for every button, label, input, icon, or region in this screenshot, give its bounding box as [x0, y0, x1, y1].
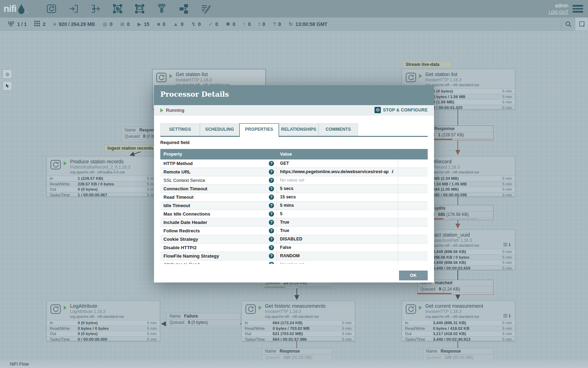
- property-value-empty[interactable]: No value set: [280, 178, 304, 183]
- locally-modified-stale-icon: !: [259, 21, 260, 27]
- property-row[interactable]: Max Idle Connections?5: [160, 210, 428, 218]
- processor-node[interactable]: Get historic measurementsInvokeHTTP 1.16…: [241, 301, 355, 341]
- tab-settings[interactable]: SETTINGS: [160, 123, 200, 136]
- invalid-icon: ▲: [173, 21, 178, 27]
- property-name: Connection Timeout: [163, 186, 207, 191]
- help-icon[interactable]: ?: [269, 262, 274, 264]
- connection-label[interactable]: NameFailureQueued0 (0 bytes): [166, 313, 240, 328]
- logout-link[interactable]: LOG OUT: [549, 10, 568, 15]
- property-value[interactable]: 5 secs: [280, 186, 293, 191]
- help-icon[interactable]: ?: [269, 228, 274, 233]
- processor-node[interactable]: LogAttributeLogAttribute 1.16.3org.apach…: [47, 301, 160, 341]
- processor-node[interactable]: Produce station recordsPublishKafkaRecor…: [47, 156, 160, 197]
- property-row[interactable]: Read Timeout?15 secs: [160, 193, 428, 202]
- status-transmitting-value: 0: [110, 21, 112, 27]
- status-invalid: ▲0: [173, 21, 184, 27]
- status-stale-value: 0: [248, 21, 251, 27]
- processor-stat-row: Read/Write0 bytes / 418.02 KB5 min: [402, 326, 515, 331]
- process-group-component-icon[interactable]: [112, 3, 124, 15]
- property-value[interactable]: 15 secs: [280, 195, 296, 199]
- processor-node[interactable]: Get current measurementInvokeHTTP 1.16.3…: [402, 301, 515, 341]
- property-row[interactable]: Attributes to Send?No value set: [160, 260, 428, 264]
- tab-relationships[interactable]: RELATIONSHIPS: [279, 123, 318, 136]
- help-icon[interactable]: ?: [269, 178, 274, 183]
- running-icon: ▶: [138, 21, 142, 27]
- status-cluster-grid-value: 2: [43, 21, 46, 27]
- help-icon[interactable]: ?: [269, 211, 274, 217]
- navigate-palette-icon[interactable]: ◎: [3, 69, 12, 79]
- running-icon: [419, 306, 422, 310]
- property-row[interactable]: Connection Timeout?5 secs: [160, 185, 428, 193]
- property-value[interactable]: RANDOM: [280, 253, 300, 258]
- output-port-component-icon[interactable]: [90, 3, 102, 15]
- status-locally-modified-value: 0: [233, 21, 236, 27]
- status-bar: 1 / 12≡920 / 264.29 MB◎0⊘0▶15■0▲0↯0✓0✱0↑…: [0, 18, 588, 31]
- property-row[interactable]: Remote URL?https://www.pegelonline.wsv.d…: [160, 168, 428, 176]
- property-value[interactable]: True: [280, 228, 289, 233]
- processor-component-icon[interactable]: [46, 3, 57, 15]
- property-value-empty[interactable]: No value set: [280, 262, 304, 264]
- property-name: Max Idle Connections: [163, 211, 210, 217]
- help-icon[interactable]: ?: [269, 237, 274, 242]
- search-icon[interactable]: [561, 18, 575, 30]
- property-row[interactable]: Idle Timeout?5 mins: [160, 202, 428, 210]
- processor-stat-row: Read/Write228.57 KB / 0 bytes5 min: [47, 181, 160, 187]
- property-row[interactable]: Disable HTTP/2?False: [160, 244, 428, 252]
- current-user: admin: [549, 3, 568, 8]
- not-transmitting-icon: ⊘: [120, 21, 125, 27]
- processor-icon: [245, 303, 257, 316]
- property-name: Disable HTTP/2: [163, 245, 197, 250]
- running-icon: [419, 74, 422, 78]
- property-row[interactable]: Cookie Strategy?DISABLED: [160, 235, 428, 244]
- property-value[interactable]: https://www.pegelonline.wsv.de/webservic…: [280, 169, 388, 174]
- help-icon[interactable]: ?: [269, 253, 274, 259]
- help-icon[interactable]: ?: [269, 195, 274, 200]
- property-value[interactable]: False: [280, 245, 291, 250]
- property-value[interactable]: 5: [280, 211, 282, 216]
- property-value[interactable]: 5 mins: [280, 203, 294, 208]
- help-icon[interactable]: ?: [269, 169, 274, 175]
- stop-and-configure-button[interactable]: ⚙ STOP & CONFIGURE: [374, 107, 428, 113]
- help-icon[interactable]: ?: [269, 203, 274, 208]
- help-icon[interactable]: ?: [269, 220, 274, 225]
- processor-bundle: org.apache.nifi - nifi-standard-nar: [425, 314, 479, 319]
- property-value[interactable]: True: [280, 220, 289, 225]
- processor-stat-row: Tasks/Time0 / 00:00:00.0005 min: [47, 336, 160, 342]
- tab-comments[interactable]: COMMENTS: [318, 123, 358, 136]
- tab-properties[interactable]: PROPERTIES: [239, 123, 279, 137]
- funnel-component-icon[interactable]: [156, 3, 168, 15]
- status-refresh-value: 13:00:58 GMT: [295, 21, 327, 27]
- operate-palette-icon[interactable]: [3, 81, 12, 90]
- property-name: Idle Timeout: [163, 203, 190, 208]
- input-port-component-icon[interactable]: [68, 3, 79, 15]
- tab-scheduling[interactable]: SCHEDULING: [200, 123, 239, 136]
- property-row[interactable]: HTTP Method?GET: [160, 159, 428, 168]
- property-row[interactable]: FlowFile Naming Strategy?RANDOM: [160, 252, 428, 260]
- breadcrumb[interactable]: NiFi Flow: [10, 361, 29, 367]
- required-field-label: Required field: [160, 140, 189, 145]
- label-component-icon[interactable]: [200, 3, 212, 15]
- help-icon[interactable]: ?: [269, 245, 274, 250]
- status-queued-value: 920 / 264.29 MB: [59, 21, 95, 27]
- property-value[interactable]: DISABLED: [280, 237, 302, 241]
- property-row[interactable]: Follow Redirects?True: [160, 227, 428, 235]
- info-icon[interactable]: i: [391, 169, 393, 174]
- birdseye-toggle-icon[interactable]: [575, 18, 588, 30]
- processor-bundle: org.apache.nifi - nifi-standard-nar: [70, 314, 124, 319]
- property-row[interactable]: SSL Context Service?No value set: [160, 176, 428, 185]
- transmitting-icon: ◎: [103, 21, 107, 27]
- status-queued: ≡920 / 264.29 MB: [53, 21, 95, 27]
- canvas-label[interactable]: Stream live-data: [402, 61, 451, 68]
- global-menu-icon[interactable]: [573, 5, 583, 14]
- property-row[interactable]: Include Date Header?True: [160, 218, 428, 227]
- remote-process-group-component-icon[interactable]: [134, 3, 146, 15]
- help-icon[interactable]: ?: [269, 161, 274, 166]
- help-icon[interactable]: ?: [269, 186, 274, 191]
- template-component-icon[interactable]: [178, 3, 190, 15]
- nifi-logo-text: nifi: [4, 4, 16, 14]
- property-value[interactable]: GET: [280, 161, 289, 166]
- status-not-transmitting: ⊘0: [120, 21, 130, 27]
- ok-button[interactable]: OK: [399, 271, 428, 280]
- canvas-label[interactable]: Ingest station records: [104, 145, 156, 152]
- processor-stat-row: Out0 (0 bytes)5 min: [47, 186, 160, 192]
